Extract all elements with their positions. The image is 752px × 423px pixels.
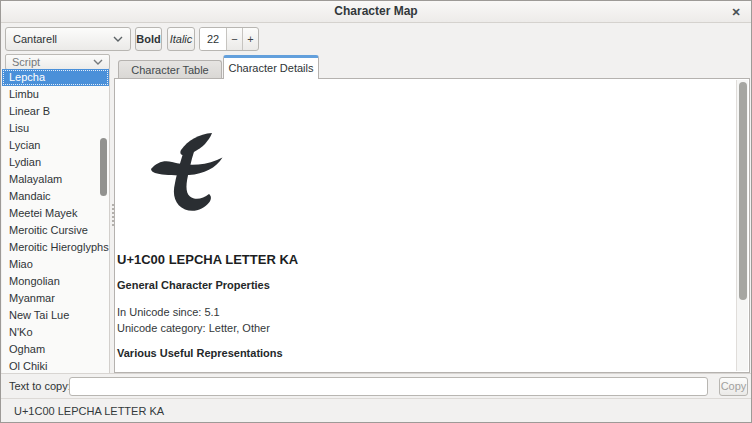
script-list-item-label: Myanmar (9, 292, 55, 304)
tab-character-details[interactable]: Character Details (223, 55, 319, 79)
script-list-item[interactable]: Mongolian (2, 273, 109, 290)
font-size-value[interactable]: 22 (200, 28, 226, 50)
details-scrollbar-track[interactable] (736, 80, 748, 371)
font-size-spinner: 22 − + (199, 27, 259, 51)
character-map-window: Character Map ✕ Cantarell Bold Italic 22… (0, 0, 752, 423)
unicode-since: In Unicode since: 5.1 (117, 306, 220, 318)
script-list-item-label: New Tai Lue (9, 309, 69, 321)
script-list-item-label: Linear B (9, 105, 50, 117)
script-list-item[interactable]: Lycian (2, 137, 109, 154)
script-list-item[interactable]: Meetei Mayek (2, 205, 109, 222)
script-list-item-label: Mongolian (9, 275, 60, 287)
copy-button[interactable]: Copy (719, 377, 748, 396)
decrease-font-button[interactable]: − (226, 28, 242, 50)
script-list-item[interactable]: Lepcha (2, 69, 109, 86)
chevron-down-icon (93, 59, 103, 65)
script-list-item[interactable]: N'Ko (2, 324, 109, 341)
script-list-item-label: Mandaic (9, 190, 51, 202)
script-list-item[interactable]: Ogham (2, 341, 109, 358)
sidebar-scrollbar-thumb[interactable] (100, 138, 107, 196)
script-list-item[interactable]: Lydian (2, 154, 109, 171)
script-list-item[interactable]: Limbu (2, 86, 109, 103)
chevron-down-icon (113, 36, 123, 42)
script-list: Lepcha Limbu Linear B Lisu Lycian Lydian… (2, 69, 110, 373)
section-general-properties: General Character Properties (117, 279, 270, 291)
script-list-item[interactable]: New Tai Lue (2, 307, 109, 324)
script-list-item-label: Ol Chiki (9, 360, 48, 372)
copy-bar: Text to copy: Copy (1, 373, 751, 398)
script-list-item-label: Limbu (9, 88, 39, 100)
close-icon[interactable]: ✕ (728, 4, 744, 20)
script-list-item-label: Lycian (9, 139, 40, 151)
script-dropdown[interactable]: Script (5, 54, 110, 70)
script-list-item-label: Meroitic Hieroglyphs (9, 241, 109, 253)
character-title: U+1C00 LEPCHA LETTER KA (117, 252, 298, 267)
status-text: U+1C00 LEPCHA LETTER KA (14, 399, 164, 423)
script-list-item-label: Ogham (9, 343, 45, 355)
character-details-pane: U+1C00 LEPCHA LETTER KA General Characte… (114, 78, 750, 373)
script-list-item-label: Meetei Mayek (9, 207, 77, 219)
script-list-item-label: N'Ko (9, 326, 33, 338)
bold-button[interactable]: Bold (135, 27, 162, 51)
increase-font-button[interactable]: + (242, 28, 258, 50)
script-list-item[interactable]: Meroitic Cursive (2, 222, 109, 239)
font-family-dropdown[interactable]: Cantarell (5, 27, 131, 51)
script-list-item-label: Lepcha (9, 71, 45, 83)
script-list-item[interactable]: Mandaic (2, 188, 109, 205)
status-bar: U+1C00 LEPCHA LETTER KA (1, 398, 751, 423)
script-list-item-label: Meroitic Cursive (9, 224, 88, 236)
tab-character-table[interactable]: Character Table (118, 60, 222, 79)
script-list-item-label: Miao (9, 258, 33, 270)
script-list-item-label: Malayalam (9, 173, 62, 185)
script-list-item[interactable]: Ol Chiki (2, 358, 109, 373)
script-list-item[interactable]: Miao (2, 256, 109, 273)
italic-button[interactable]: Italic (167, 27, 195, 51)
script-list-item[interactable]: Malayalam (2, 171, 109, 188)
lepcha-ka-glyph (149, 127, 227, 219)
section-representations: Various Useful Representations (117, 347, 283, 359)
script-list-item-label: Lisu (9, 122, 29, 134)
text-to-copy-label: Text to copy: (9, 374, 71, 399)
titlebar: Character Map ✕ (1, 1, 751, 23)
window-title: Character Map (1, 1, 751, 23)
font-family-value: Cantarell (13, 33, 113, 45)
script-list-item-label: Lydian (9, 156, 41, 168)
text-to-copy-input[interactable] (69, 377, 708, 396)
toolbar: Cantarell Bold Italic 22 − + (1, 23, 751, 55)
notebook: Character Table Character Details U+1C00… (114, 55, 750, 373)
script-list-item[interactable]: Myanmar (2, 290, 109, 307)
script-list-item[interactable]: Meroitic Hieroglyphs (2, 239, 109, 256)
script-list-item[interactable]: Linear B (2, 103, 109, 120)
script-list-item[interactable]: Lisu (2, 120, 109, 137)
script-dropdown-label: Script (12, 56, 93, 68)
details-scrollbar-thumb[interactable] (739, 82, 747, 300)
unicode-category: Unicode category: Letter, Other (117, 322, 270, 334)
